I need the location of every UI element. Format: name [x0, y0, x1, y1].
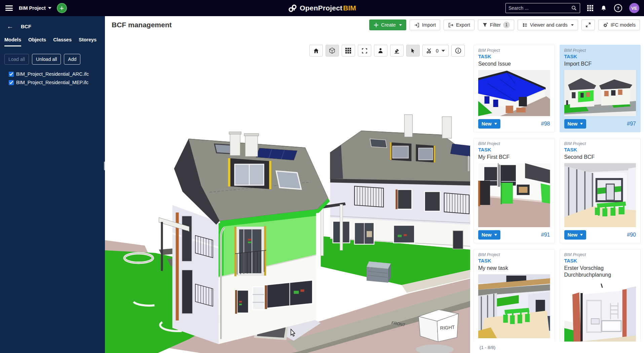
- status-dropdown[interactable]: New: [478, 230, 500, 240]
- view-cube-right-label: RIGHT: [440, 324, 455, 331]
- card-title: Second Issue: [478, 61, 550, 67]
- back-arrow-icon[interactable]: ←: [7, 23, 13, 30]
- hamburger-menu-icon[interactable]: [5, 5, 13, 11]
- quick-add-button[interactable]: +: [57, 3, 67, 13]
- viewer-toolbar: 0: [309, 45, 465, 57]
- bcf-card[interactable]: BIM Project TASK Second Issue: [473, 45, 555, 132]
- cards-scroll-area[interactable]: BIM Project TASK Second Issue: [473, 45, 641, 342]
- card-type: TASK: [564, 147, 636, 152]
- card-title: Second BCF: [564, 154, 636, 161]
- card-type: TASK: [478, 258, 550, 263]
- info-icon: [455, 47, 462, 54]
- cursor-icon: [410, 47, 416, 54]
- app-logo[interactable]: OpenProjectBIM: [288, 0, 356, 16]
- viewer-scrollbar[interactable]: [468, 156, 469, 171]
- tab-objects[interactable]: Objects: [28, 37, 46, 46]
- card-id: #90: [627, 232, 636, 238]
- project-selector-label: BIM Project: [19, 5, 46, 11]
- eraser-icon: [393, 47, 400, 54]
- ifc-3d-viewport[interactable]: 0: [105, 34, 470, 353]
- add-model-button[interactable]: Add: [64, 54, 80, 65]
- card-project: BIM Project: [478, 141, 550, 146]
- eraser-reset-button[interactable]: [390, 45, 404, 57]
- model-list: BIM_Project_Residential_ARC.ifc BIM_Proj…: [0, 71, 105, 85]
- card-title: My First BCF: [478, 154, 550, 161]
- unload-all-button[interactable]: Unload all: [32, 54, 61, 65]
- card-thumbnail: [478, 70, 550, 116]
- plus-icon: [374, 23, 379, 28]
- filter-count-badge: 1: [503, 22, 510, 28]
- export-button[interactable]: Export: [444, 20, 475, 30]
- card-type: TASK: [564, 258, 636, 263]
- status-dropdown[interactable]: New: [478, 119, 500, 129]
- card-id: #98: [541, 121, 550, 127]
- notifications-bell-icon[interactable]: [600, 5, 607, 12]
- model-checkbox[interactable]: [9, 72, 14, 77]
- ifc-models-button[interactable]: IFC models: [598, 20, 640, 30]
- sidebar-tabs: Models Objects Classes Storeys: [0, 37, 105, 46]
- viewer-mode-icon: [522, 22, 528, 28]
- bcf-card[interactable]: BIM Project TASK Erster Vorschlag Durchb…: [560, 249, 641, 342]
- help-icon[interactable]: ?: [614, 4, 622, 12]
- bcf-card-selected[interactable]: BIM Project TASK Import BCF: [560, 45, 641, 132]
- person-icon: [377, 47, 384, 54]
- tab-classes[interactable]: Classes: [53, 37, 72, 46]
- 3d-model-scene[interactable]: FRONT RIGHT: [105, 34, 470, 353]
- card-project: BIM Project: [478, 252, 550, 257]
- first-person-button[interactable]: [374, 45, 387, 57]
- mouse-cursor: [288, 328, 296, 337]
- select-cursor-button[interactable]: [406, 45, 420, 57]
- model-list-item[interactable]: BIM_Project_Residential_MEP.ifc: [9, 80, 101, 85]
- bcf-card[interactable]: BIM Project TASK Second BCF: [560, 138, 641, 243]
- chevron-down-icon: [48, 7, 51, 9]
- model-checkbox[interactable]: [9, 80, 14, 85]
- fit-to-view-button[interactable]: [358, 45, 371, 57]
- card-type: TASK: [564, 54, 636, 59]
- card-id: #91: [541, 232, 550, 238]
- info-button[interactable]: [451, 45, 465, 57]
- grid-icon: [345, 47, 351, 54]
- user-avatar[interactable]: VE: [629, 3, 639, 13]
- bcf-card[interactable]: BIM Project TASK My new task: [473, 249, 555, 342]
- card-project: BIM Project: [564, 141, 636, 146]
- viewer-mode-dropdown[interactable]: Viewer and cards: [518, 20, 578, 30]
- filter-button[interactable]: Filter 1: [478, 20, 514, 30]
- import-icon: [414, 22, 420, 28]
- create-button[interactable]: Create: [369, 20, 406, 30]
- svg-text:?: ?: [617, 6, 619, 11]
- global-search[interactable]: [505, 3, 580, 13]
- clip-planes-dropdown[interactable]: 0: [422, 45, 449, 57]
- card-thumbnail: [564, 70, 636, 116]
- search-input[interactable]: [508, 5, 571, 11]
- clip-count: 0: [436, 48, 439, 54]
- project-selector[interactable]: BIM Project: [19, 5, 51, 11]
- card-type: TASK: [478, 147, 550, 152]
- card-project: BIM Project: [564, 48, 636, 53]
- grid-view-button[interactable]: [342, 45, 355, 57]
- card-title: Erster Vorschlag Durchbruchplanung: [564, 265, 636, 278]
- fullscreen-button[interactable]: [581, 20, 595, 30]
- topbar: BIM Project + OpenProjectBIM: [0, 0, 644, 16]
- model-name: BIM_Project_Residential_MEP.ifc: [16, 80, 88, 85]
- bcf-card[interactable]: BIM Project TASK My First BCF: [473, 138, 555, 243]
- model-name: BIM_Project_Residential_ARC.ifc: [16, 71, 89, 77]
- card-type: TASK: [478, 54, 550, 59]
- home-view-button[interactable]: [309, 45, 323, 57]
- card-title: Import BCF: [564, 61, 636, 67]
- tab-storeys[interactable]: Storeys: [79, 37, 97, 46]
- search-icon: [571, 5, 577, 11]
- card-project: BIM Project: [564, 252, 636, 257]
- status-dropdown[interactable]: New: [564, 119, 586, 129]
- card-title: My new task: [478, 265, 550, 272]
- page-title: BCF management: [112, 21, 172, 29]
- apps-grid-icon[interactable]: [587, 5, 594, 11]
- fullscreen-icon: [585, 22, 591, 28]
- status-dropdown[interactable]: New: [564, 230, 586, 240]
- model-list-item[interactable]: BIM_Project_Residential_ARC.ifc: [9, 71, 101, 77]
- tab-models[interactable]: Models: [4, 37, 21, 46]
- 3d-cube-view-button[interactable]: [326, 45, 339, 57]
- import-button[interactable]: Import: [410, 20, 440, 30]
- load-all-button[interactable]: Load all: [4, 54, 29, 65]
- card-project: BIM Project: [478, 48, 550, 53]
- chevron-down-icon: [442, 50, 445, 52]
